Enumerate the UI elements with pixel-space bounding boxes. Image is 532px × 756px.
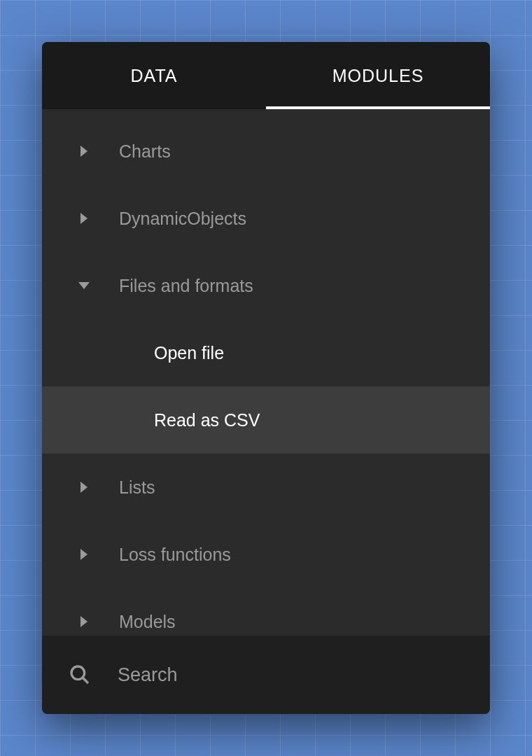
chevron-right-icon <box>77 616 91 627</box>
panel-tabs: DATA MODULES <box>42 42 490 109</box>
category-dynamic-objects[interactable]: DynamicObjects <box>42 185 490 252</box>
chevron-right-icon <box>77 213 91 224</box>
svg-line-1 <box>83 678 88 683</box>
chevron-down-icon <box>77 282 91 289</box>
search-input[interactable] <box>118 664 490 686</box>
category-label: Models <box>119 612 176 632</box>
tab-modules-label: MODULES <box>332 66 424 86</box>
category-label: Files and formats <box>119 276 253 296</box>
category-models[interactable]: Models <box>42 588 490 636</box>
module-item-label: Read as CSV <box>154 410 260 430</box>
side-panel: DATA MODULES Charts DynamicObjects Files… <box>42 42 490 714</box>
chevron-right-icon <box>77 549 91 560</box>
category-charts[interactable]: Charts <box>42 118 490 185</box>
category-lists[interactable]: Lists <box>42 454 490 521</box>
tab-modules[interactable]: MODULES <box>266 42 490 109</box>
search-icon <box>69 664 91 686</box>
category-loss-functions[interactable]: Loss functions <box>42 521 490 588</box>
category-label: Loss functions <box>119 545 231 565</box>
tab-data-label: DATA <box>131 66 178 86</box>
module-item-open-file[interactable]: Open file <box>42 319 490 386</box>
category-files-and-formats[interactable]: Files and formats <box>42 252 490 319</box>
category-label: Charts <box>119 141 171 162</box>
svg-point-0 <box>71 666 85 680</box>
category-label: Lists <box>119 477 155 498</box>
module-item-label: Open file <box>154 343 224 363</box>
tab-data[interactable]: DATA <box>42 42 266 109</box>
category-label: DynamicObjects <box>119 209 246 229</box>
chevron-right-icon <box>77 146 91 157</box>
module-tree: Charts DynamicObjects Files and formats … <box>42 109 490 636</box>
module-item-read-as-csv[interactable]: Read as CSV <box>42 386 490 454</box>
chevron-right-icon <box>77 482 91 493</box>
search-bar <box>42 636 490 714</box>
